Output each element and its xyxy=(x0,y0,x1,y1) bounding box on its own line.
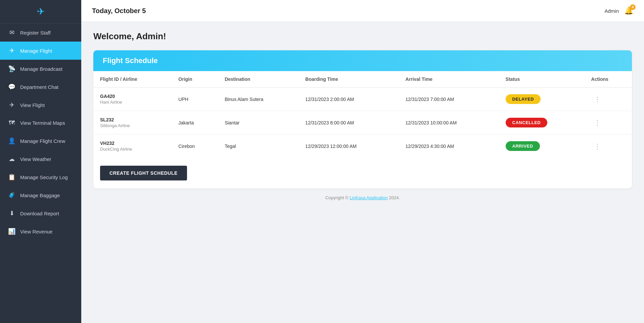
origin-cell-0: UPH xyxy=(172,88,218,111)
sidebar-item-download-report[interactable]: ⬇Download Report xyxy=(0,204,81,222)
flight-id-2: VH232 xyxy=(100,141,165,146)
sidebar-item-register-staff[interactable]: ✉Register Staff xyxy=(0,23,81,42)
sidebar-logo: ✈ xyxy=(0,0,81,23)
table-row: VH232 DuckCing Airline Cirebon Tegal 12/… xyxy=(93,134,632,158)
boarding-time-cell-1: 12/31/2023 8:00:00 AM xyxy=(298,111,399,134)
sidebar-item-manage-baggage[interactable]: 🧳Manage Baggage xyxy=(0,186,81,204)
download-report-label: Download Report xyxy=(20,211,59,216)
download-report-icon: ⬇ xyxy=(8,210,15,217)
flight-id-1: SL232 xyxy=(100,117,165,122)
view-terminal-maps-label: View Terminal Maps xyxy=(20,120,65,126)
status-badge-1: CANCELLED xyxy=(506,118,548,127)
col-destination: Destination xyxy=(218,71,298,88)
welcome-heading: Welcome, Admin! xyxy=(93,31,632,42)
flight-table: Flight ID / Airline Origin Destination B… xyxy=(93,71,632,158)
destination-cell-2: Tegal xyxy=(218,134,298,158)
sidebar: ✈ ✉Register Staff✈Manage Flight📡Manage B… xyxy=(0,0,81,323)
origin-cell-2: Cirebon xyxy=(172,134,218,158)
col-boarding-time: Boarding Time xyxy=(298,71,399,88)
origin-cell-1: Jakarta xyxy=(172,111,218,134)
department-chat-icon: 💬 xyxy=(8,83,15,91)
status-cell-1: CANCELLED xyxy=(499,111,585,134)
flight-id-cell-1: SL232 Silitonga Airline xyxy=(93,111,172,134)
arrival-time-cell-0: 12/31/2023 7:00:00 AM xyxy=(399,88,499,111)
col-status: Status xyxy=(499,71,585,88)
sidebar-nav: ✉Register Staff✈Manage Flight📡Manage Bro… xyxy=(0,23,81,240)
notification-bell[interactable]: 🔔 4 xyxy=(624,6,633,15)
destination-cell-1: Siantar xyxy=(218,111,298,134)
col-flight-id: Flight ID / Airline xyxy=(93,71,172,88)
sidebar-item-manage-security-log[interactable]: 📋Manage Security Log xyxy=(0,168,81,186)
flight-schedule-card: Flight Schedule Flight ID / Airline Orig… xyxy=(93,50,632,189)
status-cell-2: ARRIVED xyxy=(499,134,585,158)
header-date: Today, October 5 xyxy=(92,7,146,15)
department-chat-label: Department Chat xyxy=(20,84,58,90)
flight-id-cell-2: VH232 DuckCing Airline xyxy=(93,134,172,158)
header-right: Admin 🔔 4 xyxy=(604,6,633,15)
status-badge-0: DELAYED xyxy=(506,94,541,104)
boarding-time-cell-2: 12/29/2023 12:00:00 AM xyxy=(298,134,399,158)
footer: Copyright © LinKasa Application 2024. xyxy=(93,189,632,204)
sidebar-item-manage-broadcast[interactable]: 📡Manage Broadcast xyxy=(0,60,81,78)
sidebar-item-department-chat[interactable]: 💬Department Chat xyxy=(0,78,81,96)
view-flight-label: View Flight xyxy=(20,102,45,108)
arrival-time-cell-2: 12/29/2023 4:30:00 AM xyxy=(399,134,499,158)
footer-text-after: 2024. xyxy=(388,195,400,200)
manage-flight-crew-icon: 👤 xyxy=(8,137,15,145)
view-revenue-icon: 📊 xyxy=(8,228,15,235)
boarding-time-cell-0: 12/31/2023 2:00:00 AM xyxy=(298,88,399,111)
manage-baggage-label: Manage Baggage xyxy=(20,193,60,198)
action-menu-2[interactable]: ⋮ xyxy=(591,141,603,151)
sidebar-item-view-terminal-maps[interactable]: 🗺View Terminal Maps xyxy=(0,114,81,132)
footer-link[interactable]: LinKasa Application xyxy=(350,195,387,200)
table-row: SL232 Silitonga Airline Jakarta Siantar … xyxy=(93,111,632,134)
flight-table-body: GA420 Hani Airline UPH Binus Alam Sutera… xyxy=(93,88,632,158)
actions-cell-2: ⋮ xyxy=(585,134,632,158)
page-content: Welcome, Admin! Flight Schedule Flight I… xyxy=(81,22,644,323)
arrival-time-cell-1: 12/31/2023 10:00:00 AM xyxy=(399,111,499,134)
col-actions: Actions xyxy=(585,71,632,88)
airline-name-0: Hani Airline xyxy=(100,100,165,105)
destination-cell-0: Binus Alam Sutera xyxy=(218,88,298,111)
flight-id-cell-0: GA420 Hani Airline xyxy=(93,88,172,111)
view-terminal-maps-icon: 🗺 xyxy=(8,119,15,126)
sidebar-item-view-revenue[interactable]: 📊View Revenue xyxy=(0,222,81,240)
sidebar-item-manage-flight[interactable]: ✈Manage Flight xyxy=(0,42,81,60)
register-staff-icon: ✉ xyxy=(8,29,15,36)
admin-label: Admin xyxy=(604,8,619,14)
view-weather-label: View Weather xyxy=(20,156,51,162)
status-cell-0: DELAYED xyxy=(499,88,585,111)
sidebar-item-view-flight[interactable]: ✈View Flight xyxy=(0,96,81,114)
footer-text-before: Copyright © xyxy=(325,195,350,200)
view-revenue-label: View Revenue xyxy=(20,229,52,234)
register-staff-label: Register Staff xyxy=(20,30,51,36)
actions-cell-0: ⋮ xyxy=(585,88,632,111)
action-menu-1[interactable]: ⋮ xyxy=(591,118,603,128)
table-header-row: Flight ID / Airline Origin Destination B… xyxy=(93,71,632,88)
view-flight-icon: ✈ xyxy=(8,101,15,109)
actions-cell-1: ⋮ xyxy=(585,111,632,134)
manage-flight-crew-label: Manage Flight Crew xyxy=(20,138,65,144)
sidebar-item-view-weather[interactable]: ☁View Weather xyxy=(0,150,81,168)
manage-broadcast-icon: 📡 xyxy=(8,65,15,72)
flight-schedule-title: Flight Schedule xyxy=(103,56,158,65)
manage-security-log-label: Manage Security Log xyxy=(20,174,68,180)
create-flight-schedule-button[interactable]: CREATE FLIGHT SCHEDULE xyxy=(100,166,187,180)
notification-badge: 4 xyxy=(630,4,636,10)
airline-name-1: Silitonga Airline xyxy=(100,123,165,128)
manage-flight-icon: ✈ xyxy=(8,47,15,54)
action-menu-0[interactable]: ⋮ xyxy=(591,94,603,104)
manage-baggage-icon: 🧳 xyxy=(8,192,15,199)
flight-card-header: Flight Schedule xyxy=(93,50,632,71)
flight-id-0: GA420 xyxy=(100,94,165,99)
status-badge-2: ARRIVED xyxy=(506,141,540,151)
header: Today, October 5 Admin 🔔 4 xyxy=(81,0,644,22)
airline-name-2: DuckCing Airline xyxy=(100,147,165,152)
sidebar-item-manage-flight-crew[interactable]: 👤Manage Flight Crew xyxy=(0,132,81,150)
col-arrival-time: Arrival Time xyxy=(399,71,499,88)
manage-broadcast-label: Manage Broadcast xyxy=(20,66,62,72)
view-weather-icon: ☁ xyxy=(8,155,15,163)
col-origin: Origin xyxy=(172,71,218,88)
logo-icon: ✈ xyxy=(37,6,45,17)
manage-flight-label: Manage Flight xyxy=(20,48,52,54)
